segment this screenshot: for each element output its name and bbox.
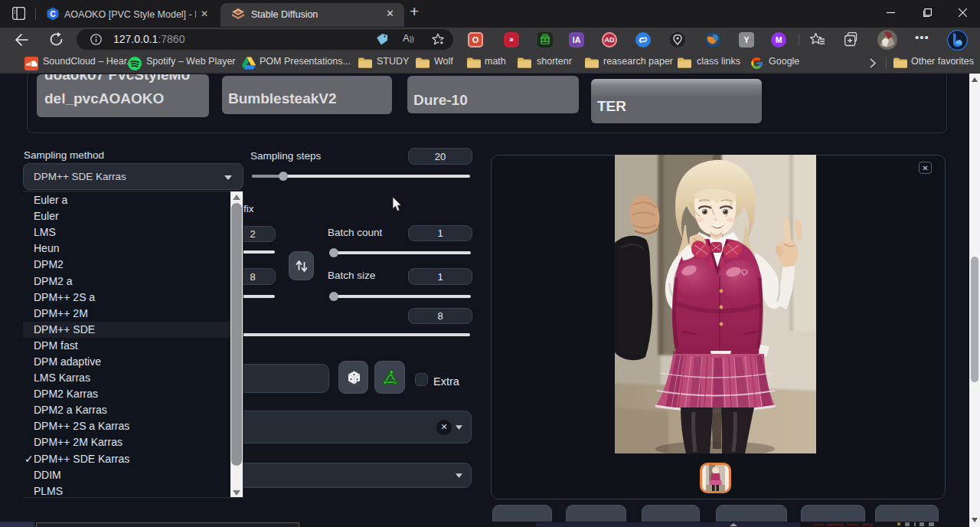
svg-text:C: C bbox=[50, 10, 55, 18]
